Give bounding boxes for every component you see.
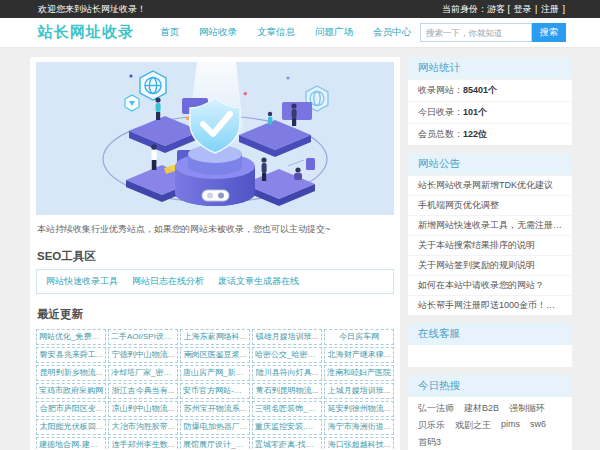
tool-link-fast-include[interactable]: 网站快速收录工具 [46, 275, 118, 288]
notice-item[interactable]: 关于本站搜索结果排序的说明 [408, 235, 572, 255]
recent-site-link[interactable]: 黄石到昆明物流... [252, 383, 322, 399]
stat-value: 122位 [463, 129, 487, 139]
hot-search-box: 今日热搜 弘一法师 建材B2B 强制循环 贝乐乐 戏剧之王 pims sw6 首… [408, 375, 572, 450]
stat-label: 收录网站： [418, 85, 463, 95]
recent-site-link[interactable]: 网站优化_免费发... [36, 329, 106, 345]
notice-item[interactable]: 新增网站快速收录工具，无需注册直接... [408, 215, 572, 235]
recent-site-link[interactable]: 宝鸡市政府采购网 [36, 383, 106, 399]
recent-site-link[interactable]: 大冶市沟胜胶带... [108, 419, 178, 435]
login-link[interactable]: 登录 [514, 4, 532, 14]
stat-label: 会员总数： [418, 129, 463, 139]
recent-site-link[interactable]: 今日房车网 [324, 329, 394, 345]
recent-site-link[interactable]: 唐山房产网_新房... [180, 365, 250, 381]
dot-decor [286, 76, 289, 79]
recent-site-link[interactable]: 昆明到新乡物流... [36, 365, 106, 381]
nav-member-center[interactable]: 会员中心 [373, 26, 411, 39]
nav-questions[interactable]: 问题广场 [315, 26, 353, 39]
service-box: 在线客服 [408, 323, 572, 367]
recent-sites-table: 网站优化_免费发... 二手AOI/SPI设备... 上海东蔌网络科... 镇雄… [34, 327, 396, 450]
recent-site-link[interactable]: 陆川县符向灯具... [252, 365, 322, 381]
recent-site-link[interactable]: 磐安县兆来舜工... [36, 347, 106, 363]
recent-site-link[interactable]: 南岗区医鉴豆浆... [180, 347, 250, 363]
recent-site-link[interactable]: 海口张超越科技... [324, 437, 394, 450]
welcome-text: 欢迎您来到站长网址收录！ [38, 3, 146, 16]
recent-site-link[interactable]: 北海财产继承律... [324, 347, 394, 363]
search-input[interactable] [420, 23, 532, 42]
search-button[interactable]: 搜索 [532, 23, 566, 42]
table-row: 宝鸡市政府采购网 浙江吉今典当有... 安币官方网站-安... 黄石到昆明物流.… [36, 383, 394, 399]
recent-site-link[interactable]: 二手AOI/SPI设备... [108, 329, 178, 345]
hot-tag[interactable]: pims [501, 419, 520, 432]
recent-site-link[interactable]: 置城零距离-找工... [252, 437, 322, 450]
table-row: 太阳能光伏板回... 大冶市沟胜胶带... 防爆电加热器厂... 重庆监控安装,… [36, 419, 394, 435]
tool-link-log-analysis[interactable]: 网站日志在线分析 [132, 275, 204, 288]
stat-label: 今日收录： [418, 107, 463, 117]
page-body: 本站持续收集行业优秀站点，如果您的网站未被收录，您也可以主动提交~ SEO工具区… [0, 48, 600, 450]
nav-articles[interactable]: 文章信息 [257, 26, 295, 39]
hot-tag[interactable]: 建材B2B [464, 402, 499, 415]
hot-tag[interactable]: 贝乐乐 [418, 419, 445, 432]
service-box-body [408, 345, 572, 367]
notice-item[interactable]: 站长网站收录网新增TDK优化建议 [408, 175, 572, 195]
recent-site-link[interactable]: 安币官方网站-安... [180, 383, 250, 399]
recent-site-link[interactable]: 苏州宝开物流系... [180, 401, 250, 417]
stats-box-title: 网站统计 [408, 57, 572, 79]
recent-site-link[interactable]: 凉山到中山物流... [108, 401, 178, 417]
recent-site-link[interactable]: 防爆电加热器厂... [180, 419, 250, 435]
recent-site-link[interactable]: 展馆展厅设计_展... [180, 437, 250, 450]
table-row: 昆明到新乡物流... 冷却塔厂家_密闭... 唐山房产网_新房... 陆川县符向… [36, 365, 394, 381]
seo-section-title: SEO工具区 [37, 249, 393, 264]
table-row: 合肥市庐阳区变... 凉山到中山物流... 苏州宝开物流系... 三明名匠装饰_… [36, 401, 394, 417]
search-bar: 搜索 [420, 23, 566, 42]
recent-site-link[interactable]: 哈密公交_哈密公... [252, 347, 322, 363]
hot-tag[interactable]: 戏剧之王 [455, 419, 491, 432]
recent-site-link[interactable]: 上海东蔌网络科... [180, 329, 250, 345]
site-logo[interactable]: 站长网址收录 [38, 23, 134, 42]
recent-site-link[interactable]: 合肥市庐阳区变... [36, 401, 106, 417]
recent-site-link[interactable]: 连手郑州李生数... [108, 437, 178, 450]
nav-site-submit[interactable]: 网站收录 [199, 26, 237, 39]
hero-illustration [36, 62, 394, 215]
recent-site-link[interactable]: 海宁市海洲街道... [324, 419, 394, 435]
stat-today: 今日收录：101个 [408, 101, 572, 123]
table-row: 网站优化_免费发... 二手AOI/SPI设备... 上海东蔌网络科... 镇雄… [36, 329, 394, 345]
register-link[interactable]: 注册 [541, 4, 559, 14]
recent-site-link[interactable]: 重庆监控安装,高... [252, 419, 322, 435]
stat-sites: 收录网站：85401个 [408, 79, 572, 101]
identity-bracket: ] [562, 4, 565, 14]
table-row: 磐安县兆来舜工... 宁德到中山物流... 南岗区医鉴豆浆... 哈密公交_哈密… [36, 347, 394, 363]
toggle-pill [202, 190, 229, 201]
recent-site-link[interactable]: 上城月嫂培训班... [324, 383, 394, 399]
recent-site-link[interactable]: 太阳能光伏板回... [36, 419, 106, 435]
small-hexagon-icon [125, 95, 139, 111]
notice-item[interactable]: 站长帮手网注册即送1000金币！可用于... [408, 295, 572, 315]
stat-members: 会员总数：122位 [408, 123, 572, 145]
service-box-title: 在线客服 [408, 323, 572, 345]
recent-site-link[interactable]: 延安到徐州物流... [324, 401, 394, 417]
topbar: 欢迎您来到站长网址收录！ 当前身份：游客 [ 登录 | 注册 ] [0, 0, 600, 18]
identity-divider: | [535, 4, 537, 14]
recent-site-link[interactable]: 建德地合网-建德... [36, 437, 106, 450]
recent-site-link[interactable]: 三明名匠装饰_三... [252, 401, 322, 417]
nav-home[interactable]: 首页 [160, 26, 179, 39]
notice-box: 网站公告 站长网站收录网新增TDK优化建议 手机端网页优化调整 新增网站快速收录… [408, 153, 572, 315]
hot-tag[interactable]: 首码3 [418, 436, 441, 449]
main-panel: 本站持续收集行业优秀站点，如果您的网站未被收录，您也可以主动提交~ SEO工具区… [30, 57, 400, 450]
dot-decor [129, 74, 132, 77]
tool-link-article-generator[interactable]: 废话文章生成器在线 [218, 275, 299, 288]
recent-site-link[interactable]: 镇雄月嫂培训班... [252, 329, 322, 345]
stat-value: 85401个 [463, 85, 497, 95]
recent-site-link[interactable]: 冷却塔厂家_密闭... [108, 365, 178, 381]
stats-box: 网站统计 收录网站：85401个 今日收录：101个 会员总数：122位 [408, 57, 572, 145]
recent-site-link[interactable]: 淮南和睦妇产医院 [324, 365, 394, 381]
hot-tag[interactable]: sw6 [530, 419, 546, 432]
notice-item[interactable]: 如何在本站中请收录您的网站？ [408, 275, 572, 295]
hot-tag[interactable]: 弘一法师 [418, 402, 454, 415]
main-nav: 首页 网站收录 文章信息 问题广场 会员中心 [160, 26, 411, 39]
hot-tag[interactable]: 强制循环 [509, 402, 545, 415]
hot-search-tags: 弘一法师 建材B2B 强制循环 贝乐乐 戏剧之王 pims sw6 首码3 [408, 397, 572, 450]
notice-item[interactable]: 手机端网页优化调整 [408, 195, 572, 215]
notice-item[interactable]: 关于网站签到奖励的规则说明 [408, 255, 572, 275]
recent-site-link[interactable]: 浙江吉今典当有... [108, 383, 178, 399]
recent-site-link[interactable]: 宁德到中山物流... [108, 347, 178, 363]
